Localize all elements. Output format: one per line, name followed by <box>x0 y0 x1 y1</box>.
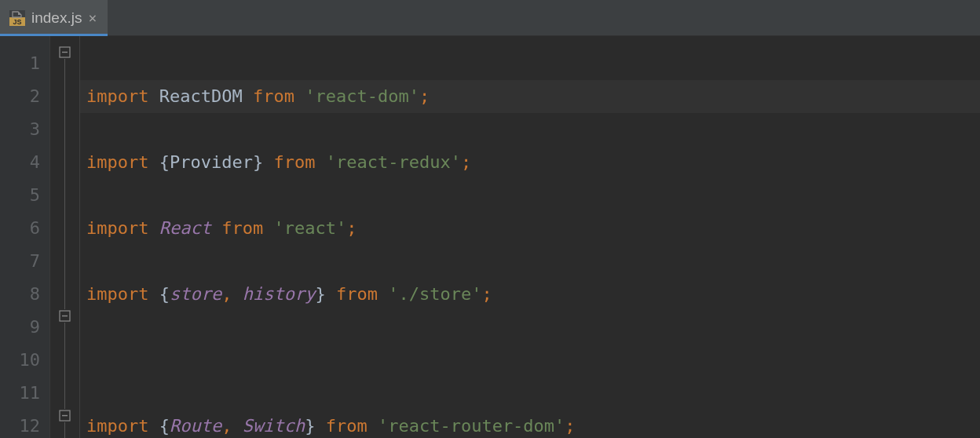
keyword-import: import <box>86 284 148 304</box>
identifier: history <box>243 284 316 304</box>
tab-index-js[interactable]: JS index.js × <box>0 0 108 35</box>
code-line: import {Provider} from 'react-redux'; <box>86 146 980 179</box>
line-number-gutter: 1 2 3 4 5 6 7 8 9 10 11 12 <box>0 36 50 438</box>
line-number: 1 <box>0 47 40 80</box>
identifier: Route <box>170 416 221 436</box>
keyword-from: from <box>273 152 315 172</box>
string-literal: 'react-router-dom' <box>378 416 565 436</box>
identifier: ReactDOM <box>159 86 243 106</box>
semicolon: ; <box>481 284 492 304</box>
brace: { <box>159 152 170 172</box>
code-line <box>86 344 980 377</box>
code-editor[interactable]: 1 2 3 4 5 6 7 8 9 10 11 12 import ReactD… <box>0 36 980 438</box>
string-literal: 'react' <box>273 218 346 238</box>
code-area[interactable]: import ReactDOM from 'react-dom'; import… <box>80 36 980 438</box>
fold-toggle-icon[interactable] <box>58 46 71 59</box>
keyword-import: import <box>86 416 148 436</box>
js-file-icon: JS <box>9 10 25 26</box>
line-number: 3 <box>0 113 40 146</box>
identifier: store <box>170 284 221 304</box>
line-number: 5 <box>0 179 40 212</box>
semicolon: ; <box>461 152 471 172</box>
tab-bar: JS index.js × <box>0 0 980 36</box>
brace: { <box>159 284 170 304</box>
semicolon: ; <box>565 416 575 436</box>
line-number: 4 <box>0 146 40 179</box>
line-number: 10 <box>0 344 40 377</box>
brace: } <box>305 416 315 436</box>
keyword-from: from <box>253 86 294 106</box>
brace: } <box>253 152 263 172</box>
line-number: 6 <box>0 212 40 245</box>
line-number: 8 <box>0 278 40 311</box>
keyword-import: import <box>86 218 148 238</box>
comma: , <box>221 284 232 304</box>
tab-filename: index.js <box>31 9 82 27</box>
fold-guide-line <box>64 47 65 438</box>
keyword-from: from <box>326 416 368 436</box>
code-line: import {store, history} from './store'; <box>86 278 980 311</box>
string-literal: './store' <box>388 284 481 304</box>
close-icon[interactable]: × <box>88 11 97 25</box>
semicolon: ; <box>346 218 357 238</box>
keyword-import: import <box>86 152 148 172</box>
string-literal: 'react-dom' <box>305 86 419 106</box>
comma: , <box>221 416 232 436</box>
fold-toggle-icon[interactable] <box>58 409 71 422</box>
svg-text:JS: JS <box>13 18 21 26</box>
fold-gutter <box>50 36 80 438</box>
semicolon: ; <box>419 86 430 106</box>
code-line: import React from 'react'; <box>86 212 980 245</box>
line-number: 2 <box>0 80 40 113</box>
keyword-import: import <box>86 86 148 106</box>
line-number: 11 <box>0 377 40 410</box>
identifier: React <box>159 218 211 238</box>
code-line: import {Route, Switch} from 'react-route… <box>86 410 980 438</box>
identifier: Switch <box>243 416 305 436</box>
string-literal: 'react-redux' <box>326 152 461 172</box>
brace: { <box>159 416 170 436</box>
line-number: 12 <box>0 410 40 438</box>
identifier: Provider <box>170 152 253 172</box>
code-line: import ReactDOM from 'react-dom'; <box>80 80 980 113</box>
brace: } <box>315 284 325 304</box>
keyword-from: from <box>221 218 263 238</box>
fold-toggle-icon[interactable] <box>58 309 71 323</box>
keyword-from: from <box>336 284 378 304</box>
line-number: 9 <box>0 311 40 344</box>
line-number: 7 <box>0 245 40 278</box>
